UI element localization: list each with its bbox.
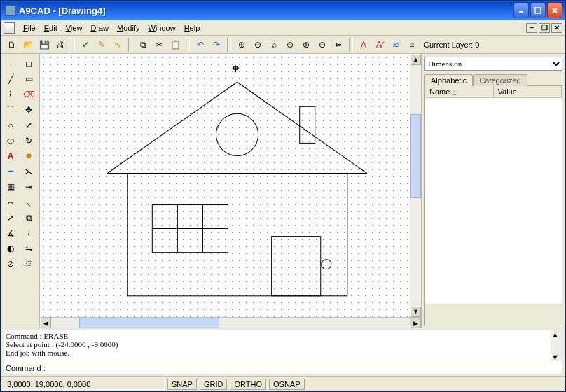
layers-icon[interactable]: ≋: [389, 38, 403, 52]
tab-categorized[interactable]: Categorized: [473, 74, 527, 86]
vscroll-thumb[interactable]: [410, 114, 421, 198]
new-icon[interactable]: 🗋: [5, 38, 19, 52]
line-tool-icon[interactable]: ╱: [2, 72, 19, 86]
redo-icon[interactable]: ↷: [209, 38, 223, 52]
standard-toolbar: 🗋 📂 💾 🖨 ✔ ✎ ∿ ⧉ ✂ 📋 ↶ ↷ ⊕ ⊖ ⌕ ⊙ ⊕ ⊖ ⇔ A …: [1, 36, 565, 54]
minimize-button[interactable]: [513, 3, 529, 18]
dim-diameter-icon[interactable]: ⊘: [2, 257, 19, 271]
text-style-icon[interactable]: A: [357, 38, 371, 52]
svg-rect-9: [127, 173, 347, 295]
canvas-container: ▲ ▼ ◀ ▶: [40, 54, 421, 328]
zoom-previous-icon[interactable]: ⊖: [315, 38, 329, 52]
menu-edit[interactable]: Edit: [40, 22, 62, 34]
move-tool-icon[interactable]: ✥: [20, 103, 37, 117]
rectangle-tool-icon[interactable]: ▭: [20, 72, 37, 86]
offset-tool-icon[interactable]: ⧉: [20, 211, 37, 225]
command-scrollbar[interactable]: ▲ ▼: [551, 330, 562, 361]
cmd-scroll-up-icon[interactable]: ▲: [551, 330, 562, 339]
print-icon[interactable]: 🖨: [53, 38, 67, 52]
scroll-up-icon[interactable]: ▲: [410, 54, 421, 65]
menubar: File Edit View Draw Modify Window Help –…: [1, 20, 565, 36]
scale-tool-icon[interactable]: ⤢: [20, 118, 37, 132]
hscroll-track[interactable]: [51, 318, 410, 328]
open-icon[interactable]: 📂: [21, 38, 35, 52]
menu-draw[interactable]: Draw: [86, 22, 113, 34]
dim-radius-icon[interactable]: ◐: [2, 241, 19, 255]
mirror-tool-icon[interactable]: ⇋: [20, 241, 37, 255]
dim-angular-icon[interactable]: ∡: [2, 226, 19, 240]
sort-asc-icon: △: [452, 90, 460, 96]
explode-tool-icon[interactable]: ✸: [20, 149, 37, 163]
zoom-window-icon[interactable]: ⌕: [267, 38, 281, 52]
scroll-down-icon[interactable]: ▼: [410, 306, 421, 317]
menu-modify[interactable]: Modify: [113, 22, 144, 34]
undo-icon[interactable]: ↶: [193, 38, 207, 52]
point-tool-icon[interactable]: ·: [2, 57, 19, 71]
svg-rect-1: [535, 8, 541, 13]
tab-alphabetic[interactable]: Alphabetic: [424, 74, 473, 86]
grid-toggle[interactable]: GRID: [200, 379, 228, 390]
fillet-tool-icon[interactable]: ◟: [20, 195, 37, 209]
vscroll-track[interactable]: [410, 65, 421, 306]
snap-toggle[interactable]: SNAP: [167, 379, 197, 390]
menu-help[interactable]: Help: [180, 22, 205, 34]
erase-tool-icon[interactable]: ⌫: [20, 88, 37, 102]
scroll-right-icon[interactable]: ▶: [410, 318, 421, 328]
cmd-scroll-down-icon[interactable]: ▼: [551, 353, 562, 361]
rotate-tool-icon[interactable]: ↻: [20, 134, 37, 148]
canvas-horizontal-scrollbar[interactable]: ◀ ▶: [40, 317, 421, 328]
close-button[interactable]: [547, 3, 562, 18]
copy-icon[interactable]: ⧉: [136, 38, 150, 52]
save-icon[interactable]: 💾: [37, 38, 51, 52]
hscroll-thumb[interactable]: [79, 318, 219, 328]
ellipse-tool-icon[interactable]: ⬭: [2, 134, 19, 148]
mdi-minimize-button[interactable]: –: [526, 23, 537, 33]
paste-icon[interactable]: 📋: [168, 38, 182, 52]
match-props-icon[interactable]: ✔: [78, 38, 92, 52]
dim-linear-icon[interactable]: ↔: [2, 195, 19, 209]
mdi-close-button[interactable]: ✕: [551, 23, 562, 33]
properties-body[interactable]: [425, 98, 562, 304]
command-prompt: Command :: [6, 364, 46, 372]
dim-aligned-icon[interactable]: ↗: [2, 211, 19, 225]
drawing-canvas[interactable]: [40, 54, 410, 317]
arc-tool-icon[interactable]: ⌒: [2, 103, 19, 117]
scroll-left-icon[interactable]: ◀: [40, 318, 51, 328]
break-tool-icon[interactable]: ≀: [20, 226, 37, 240]
command-input[interactable]: [48, 364, 560, 372]
circle-tool-icon[interactable]: ○: [2, 118, 19, 132]
properties-col-name[interactable]: Name △: [425, 86, 494, 97]
ruler-icon[interactable]: ∿: [111, 38, 125, 52]
polyline-tool-icon[interactable]: ⌇: [2, 88, 19, 102]
properties-tabs: Alphabetic Categorized: [424, 74, 562, 85]
mdi-restore-button[interactable]: ❐: [539, 23, 550, 33]
document-icon[interactable]: [4, 22, 15, 34]
osnap-toggle[interactable]: OSNAP: [269, 379, 305, 390]
properties-selector[interactable]: Dimension: [424, 57, 562, 71]
statusbar: 3,0000, 19,0000, 0,0000 SNAP GRID ORTHO …: [1, 376, 565, 391]
properties-col-value[interactable]: Value: [494, 86, 562, 97]
cut-icon[interactable]: ✂: [152, 38, 166, 52]
menu-window[interactable]: Window: [144, 22, 179, 34]
zoom-realtime-icon[interactable]: ⊕: [299, 38, 313, 52]
select-tool-icon[interactable]: ◻: [20, 57, 37, 71]
zoom-in-icon[interactable]: ⊕: [235, 38, 249, 52]
image-tool-icon[interactable]: ▦: [2, 180, 19, 194]
ortho-toggle[interactable]: ORTHO: [230, 379, 266, 390]
linetype-icon[interactable]: ≡: [405, 38, 419, 52]
menu-view[interactable]: View: [62, 22, 87, 34]
canvas-vertical-scrollbar[interactable]: ▲ ▼: [410, 54, 421, 317]
text-tool-icon[interactable]: A: [2, 149, 19, 163]
menu-file[interactable]: File: [19, 22, 40, 34]
zoom-out-icon[interactable]: ⊖: [251, 38, 265, 52]
zoom-extents-icon[interactable]: ⊙: [283, 38, 297, 52]
styles-icon[interactable]: ━: [2, 164, 19, 178]
copy-tool-icon[interactable]: ⿻: [20, 257, 37, 271]
pan-icon[interactable]: ⇔: [331, 38, 345, 52]
extend-tool-icon[interactable]: ⇥: [20, 180, 37, 194]
paint-icon[interactable]: ✎: [95, 38, 109, 52]
maximize-button[interactable]: [530, 3, 546, 18]
draw-modify-toolbar: ·◻ ╱▭ ⌇⌫ ⌒✥ ○⤢ ⬭↻ A✸ ━⋋ ▦⇥ ↔◟ ↗⧉ ∡≀ ◐⇋ ⊘…: [1, 54, 40, 328]
trim-tool-icon[interactable]: ⋋: [20, 164, 37, 178]
dim-style-icon[interactable]: A⁄: [373, 38, 387, 52]
